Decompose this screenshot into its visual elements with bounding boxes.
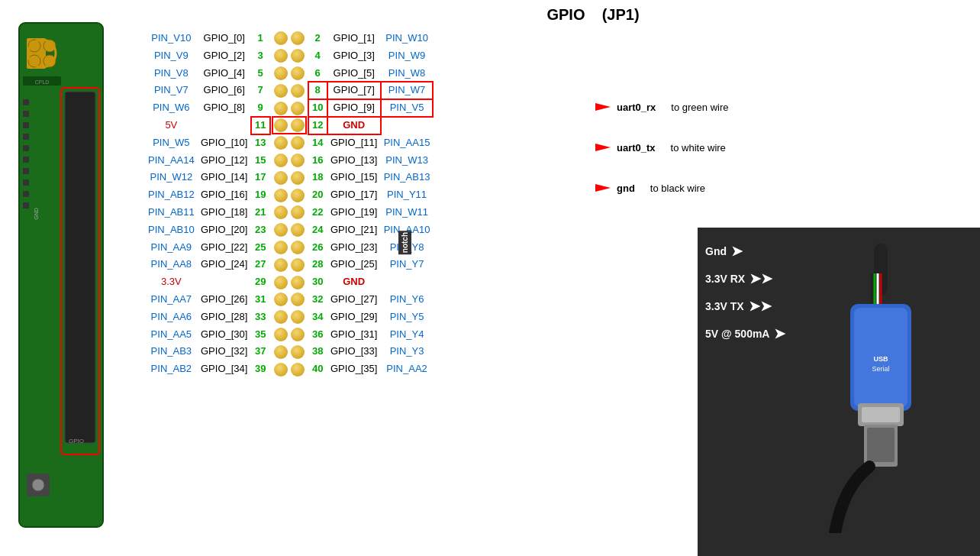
right-pin-num: 32	[308, 291, 327, 309]
svg-rect-14	[23, 179, 29, 186]
pin-dot-right	[291, 49, 305, 63]
table-row: PIN_AB10GPIO_[20]2324GPIO_[21]PIN_AA10	[145, 221, 433, 239]
table-row: PIN_AB3GPIO_[32]3738GPIO_[33]PIN_Y3	[145, 343, 433, 360]
right-gpio-name: GPIO_[15]	[327, 169, 381, 186]
pin-dots	[270, 221, 308, 239]
left-pin-num: 9	[251, 99, 270, 117]
left-gpio-name	[198, 273, 251, 291]
left-gpio-name: GPIO_[18]	[198, 204, 251, 221]
table-row: PIN_AA9GPIO_[22]2526GPIO_[23]PIN_Y8	[145, 239, 433, 257]
table-row: PIN_AB11GPIO_[18]2122GPIO_[19]PIN_W11	[145, 204, 433, 221]
usb-cable-area: Gnd ➤ 3.3V RX ➤➤ 3.3V TX ➤➤ 5V @ 500mA ➤	[698, 228, 980, 556]
table-row: PIN_W12GPIO_[14]1718GPIO_[15]PIN_AB13	[145, 169, 433, 186]
table-row: PIN_AA5GPIO_[30]3536GPIO_[31]PIN_Y4	[145, 326, 433, 344]
right-pin-num: 34	[308, 309, 327, 326]
right-pin-name: PIN_AA2	[381, 360, 434, 378]
left-gpio-name: GPIO_[14]	[198, 169, 251, 186]
pin-dot-left	[274, 102, 288, 115]
pin-dots	[270, 82, 308, 99]
right-gpio-name: GPIO_[17]	[327, 186, 381, 204]
right-pin-num: 40	[308, 360, 327, 378]
usb-rx-text: 3.3V RX	[705, 273, 745, 285]
pin-dot-left	[274, 136, 288, 150]
left-pin-num: 17	[251, 169, 270, 186]
annotation-uart0-tx: uart0_tx to white wire	[550, 140, 763, 155]
left-pin-name: PIN_AB11	[145, 204, 198, 221]
right-gpio-name: GPIO_[21]	[327, 221, 381, 239]
board-area: GPIO CPLD GND	[0, 0, 137, 556]
gnd-desc: to black wire	[650, 183, 705, 194]
right-pin-num: 18	[308, 169, 327, 186]
svg-rect-12	[23, 157, 29, 163]
pin-dot-left	[274, 223, 288, 237]
left-pin-name: PIN_W5	[145, 134, 198, 152]
pin-dot-right	[291, 102, 305, 115]
svg-text:GPIO: GPIO	[69, 438, 84, 444]
left-pin-name: PIN_AB12	[145, 186, 198, 204]
pin-dot-left	[274, 276, 288, 289]
left-gpio-name: GPIO_[16]	[198, 186, 251, 204]
pin-dot-left	[274, 345, 288, 359]
left-pin-num: 21	[251, 204, 270, 221]
svg-rect-7	[23, 99, 29, 105]
left-pin-num: 1	[251, 30, 270, 47]
left-gpio-name: GPIO_[32]	[198, 343, 251, 360]
svg-marker-27	[550, 184, 611, 192]
pin-dots	[270, 360, 308, 378]
left-pin-num: 31	[251, 291, 270, 309]
pin-dots	[270, 343, 308, 360]
pin-dots	[270, 47, 308, 65]
left-pin-name: PIN_AB10	[145, 221, 198, 239]
usb-labels: Gnd ➤ 3.3V RX ➤➤ 3.3V TX ➤➤ 5V @ 500mA ➤	[705, 243, 785, 342]
right-pin-name: PIN_W13	[381, 152, 434, 170]
left-pin-name: PIN_AA6	[145, 309, 198, 326]
right-gpio-name: GND	[327, 273, 381, 291]
right-gpio-name: GPIO_[1]	[327, 30, 381, 47]
svg-rect-15	[23, 191, 29, 197]
left-pin-num: 29	[251, 273, 270, 291]
pin-dots	[270, 291, 308, 309]
svg-text:Serial: Serial	[872, 365, 889, 373]
right-pin-num: 38	[308, 343, 327, 360]
pin-dots	[270, 117, 308, 134]
pin-dots	[270, 309, 308, 326]
pin-dots	[270, 152, 308, 170]
left-gpio-name: GPIO_[6]	[198, 82, 251, 99]
left-pin-num: 7	[251, 82, 270, 99]
right-pin-name: PIN_Y4	[381, 326, 434, 344]
table-row: PIN_AA7GPIO_[26]3132GPIO_[27]PIN_Y6	[145, 291, 433, 309]
gpio-title: GPIO	[546, 6, 585, 23]
pin-dot-right	[291, 189, 305, 202]
pin-dot-right	[291, 310, 305, 324]
right-pin-num: 12	[308, 117, 327, 134]
svg-text:CPLD: CPLD	[35, 79, 50, 85]
gpio-table: PIN_V10GPIO_[0]12GPIO_[1]PIN_W10PIN_V9GP…	[145, 30, 433, 378]
left-pin-name: PIN_W12	[145, 169, 198, 186]
left-pin-num: 33	[251, 309, 270, 326]
pin-dot-left	[274, 118, 288, 132]
svg-rect-36	[862, 407, 900, 422]
usb-tx-text: 3.3V TX	[705, 300, 744, 312]
uart0-rx-desc: to green wire	[671, 102, 728, 113]
right-pin-name: PIN_AB13	[381, 169, 434, 186]
pin-dot-left	[274, 205, 288, 219]
arrow-uart0-tx	[550, 140, 611, 155]
left-gpio-name: GPIO_[20]	[198, 221, 251, 239]
svg-marker-26	[550, 144, 611, 151]
pin-dots	[270, 169, 308, 186]
table-row: PIN_AA14GPIO_[12]1516GPIO_[13]PIN_W13	[145, 152, 433, 170]
pin-dot-left	[274, 189, 288, 202]
svg-rect-16	[23, 202, 29, 208]
pin-dot-left	[274, 49, 288, 63]
left-pin-name: PIN_AA8	[145, 256, 198, 273]
pin-dot-left	[274, 154, 288, 167]
pin-dot-right	[291, 31, 305, 45]
left-pin-name: PIN_V8	[145, 65, 198, 82]
pin-dots	[270, 30, 308, 47]
right-pin-num: 10	[308, 99, 327, 117]
right-pin-num: 26	[308, 239, 327, 257]
svg-point-23	[32, 479, 44, 491]
right-pin-num: 36	[308, 326, 327, 344]
left-pin-num: 23	[251, 221, 270, 239]
left-pin-name: PIN_AA7	[145, 291, 198, 309]
